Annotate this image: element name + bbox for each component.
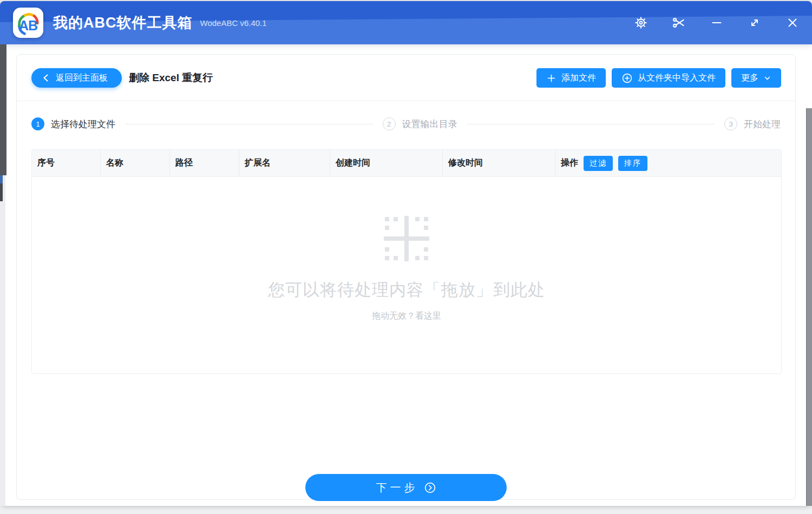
step-1-label: 选择待处理文件 [51,118,115,130]
back-button-label: 返回到主面板 [56,73,108,84]
abc-logo-icon: AB [14,9,42,37]
app-title: 我的ABC软件工具箱 [53,13,193,32]
screenshot-button[interactable] [668,12,690,34]
settings-button[interactable] [630,12,652,34]
background-window-artifact-left-gray [0,183,3,201]
dropzone-help-text[interactable]: 拖动无效？看这里 [372,311,441,322]
column-header-created-time: 创建时间 [330,150,443,176]
plus-icon [546,73,556,83]
page-title: 删除 Excel 重复行 [129,55,213,101]
header-divider [17,101,795,101]
minimize-button[interactable] [706,12,728,34]
drop-target-icon [384,216,429,261]
column-header-path: 路径 [170,150,239,176]
step-2-label: 设置输出目录 [402,118,457,130]
column-header-extension: 扩展名 [239,150,330,176]
main-panel: 返回到主面板 删除 Excel 重复行 添加文件 [16,54,796,500]
filter-button[interactable]: 过滤 [584,156,613,171]
step-start-process: 3 开始处理 [724,117,781,130]
window-controls [630,12,812,34]
add-files-button[interactable]: 添加文件 [536,68,606,88]
titlebar: AB 我的ABC软件工具箱 WodeABC v6.40.1 [0,1,812,44]
add-files-label: 添加文件 [561,73,596,84]
more-label: 更多 [741,73,758,84]
maximize-button[interactable] [744,12,765,34]
circled-arrow-right-icon [424,482,436,494]
background-window-artifact-left-dark [0,44,6,175]
circled-plus-icon [621,73,633,84]
next-step-label: 下一步 [376,480,418,495]
step-3-circle: 3 [724,117,737,130]
minimize-icon [710,16,723,29]
more-button[interactable]: 更多 [731,68,781,88]
app-window: AB 我的ABC软件工具箱 WodeABC v6.40.1 [0,1,812,506]
step-output-dir: 2 设置输出目录 [383,117,457,130]
close-icon [786,16,799,29]
table-header-row: 序号 名称 路径 扩展名 创建时间 修改时间 操作 过滤 排序 [32,150,781,177]
background-window-artifact-right [806,108,812,506]
file-table: 序号 名称 路径 扩展名 创建时间 修改时间 操作 过滤 排序 [31,149,782,374]
step-3-label: 开始处理 [744,118,781,130]
back-to-dashboard-button[interactable]: 返回到主面板 [31,68,122,88]
app-version: WodeABC v6.40.1 [200,18,267,28]
next-step-button[interactable]: 下一步 [305,474,507,501]
actions-column-label: 操作 [561,157,578,169]
column-header-actions: 操作 过滤 排序 [555,150,781,176]
import-from-folder-button[interactable]: 从文件夹中导入文件 [612,68,725,88]
sort-button[interactable]: 排序 [618,156,647,171]
step-connector [125,124,373,124]
column-header-name: 名称 [101,150,170,176]
panel-header: 返回到主面板 删除 Excel 重复行 添加文件 [17,55,795,101]
scissors-icon [672,16,686,30]
dropzone-main-text: 您可以将待处理内容「拖放」到此处 [268,279,545,301]
import-from-folder-label: 从文件夹中导入文件 [638,73,716,84]
step-connector [467,124,715,124]
chevron-down-icon [763,74,771,82]
gear-icon [634,16,647,29]
app-logo: AB [13,8,43,38]
step-1-circle: 1 [31,117,44,130]
step-2-circle: 2 [383,117,396,130]
close-button[interactable] [782,12,803,34]
header-actions: 添加文件 从文件夹中导入文件 更多 [536,68,781,88]
file-dropzone[interactable]: 您可以将待处理内容「拖放」到此处 拖动无效？看这里 [32,177,781,374]
step-indicator: 1 选择待处理文件 2 设置输出目录 3 开始处理 [31,111,781,137]
column-header-index: 序号 [32,150,101,176]
background-window-artifact-left-light [0,175,5,506]
column-header-modified-time: 修改时间 [443,150,555,176]
svg-text:AB: AB [19,18,37,33]
step-select-files: 1 选择待处理文件 [31,117,115,130]
maximize-icon [748,16,761,29]
chevron-left-icon [42,74,49,82]
background-window-artifact-left-blue [0,175,3,183]
